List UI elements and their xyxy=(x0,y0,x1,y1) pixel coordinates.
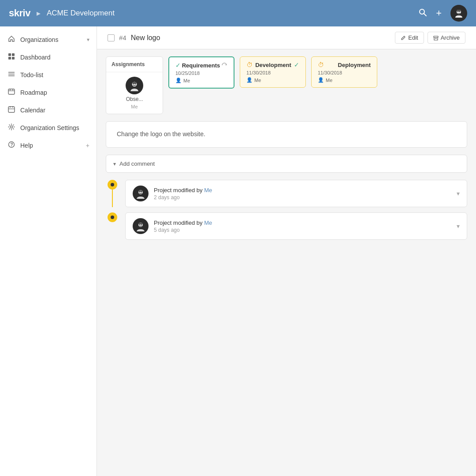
comment-label: Add comment xyxy=(119,160,155,167)
stage-deployment-footer: 👤 Me xyxy=(318,77,371,83)
expand-icon[interactable]: ▾ xyxy=(457,190,460,197)
refresh-icon xyxy=(221,62,227,68)
activity-card-2: Project modified by Me 5 days ago ▾ xyxy=(125,212,467,240)
svg-line-1 xyxy=(424,13,427,16)
svg-rect-8 xyxy=(12,53,15,56)
stage-deployment-title: Deployment xyxy=(338,62,371,68)
sidebar: Organizations ▾ Dashboard xyxy=(0,26,97,476)
project-name: ACME Development xyxy=(47,9,115,18)
activity-dot-inner xyxy=(111,183,114,186)
person-small-icon-2: 👤 xyxy=(246,77,253,83)
activity-line xyxy=(112,190,113,207)
header-separator: ▸ xyxy=(37,8,41,18)
svg-rect-7 xyxy=(8,53,11,56)
activity-dot xyxy=(108,180,117,190)
user-avatar[interactable] xyxy=(450,5,467,22)
add-comment-area[interactable]: ▾ Add comment xyxy=(106,155,467,173)
svg-rect-18 xyxy=(8,107,15,112)
logo: skriv xyxy=(9,7,30,19)
svg-rect-36 xyxy=(138,190,143,192)
chevron-right-icon: ▾ xyxy=(113,161,116,167)
roadmap-icon xyxy=(7,88,16,97)
activity-card: Project modified by Me 2 days ago ▾ xyxy=(125,180,467,207)
sidebar-item-org-settings[interactable]: Organization Settings xyxy=(0,119,97,137)
svg-rect-41 xyxy=(138,223,143,225)
svg-rect-14 xyxy=(8,89,15,94)
task-title-area: #4 New logo xyxy=(108,34,160,42)
clock-icon-2: ⏱ xyxy=(318,61,324,68)
activity-dot-col-2 xyxy=(106,212,119,222)
svg-rect-31 xyxy=(132,82,137,84)
stage-deployment-header: ⏱ Deployment xyxy=(318,61,371,68)
app-header: skriv ▸ ACME Development + xyxy=(0,0,476,26)
activity-feed: Project modified by Me 2 days ago ▾ xyxy=(97,180,476,245)
archive-button[interactable]: Archive xyxy=(428,32,465,44)
svg-rect-6 xyxy=(457,10,461,11)
stage-deployment-person: Me xyxy=(326,78,332,83)
grid-icon xyxy=(7,53,16,62)
stage-development-date: 11/30/2018 xyxy=(246,70,299,75)
activity-text: Project modified by Me xyxy=(154,187,212,193)
svg-rect-25 xyxy=(434,36,438,37)
stage-requirements-person: Me xyxy=(183,78,190,83)
header-right: + xyxy=(418,5,467,22)
activity-text-block-2: Project modified by Me 5 days ago xyxy=(154,219,212,233)
person-name: Obse... xyxy=(126,96,143,102)
activity-time-2: 5 days ago xyxy=(154,227,212,233)
plus-icon[interactable]: + xyxy=(86,142,89,149)
activity-time: 2 days ago xyxy=(154,194,212,201)
activity-dot-col xyxy=(106,180,119,207)
expand-icon-2[interactable]: ▾ xyxy=(457,223,460,230)
activity-dot-inner-2 xyxy=(111,216,114,219)
check-icon-2: ✓ xyxy=(294,61,299,68)
sidebar-item-calendar[interactable]: Calendar xyxy=(0,101,97,119)
add-icon[interactable]: + xyxy=(436,7,442,19)
sidebar-label-help: Help xyxy=(20,142,82,149)
sidebar-label-todo: Todo-list xyxy=(20,71,89,78)
person-small-icon: 👤 xyxy=(175,78,182,83)
stage-requirements-title: Requirements xyxy=(182,62,220,69)
activity-card-left: Project modified by Me 2 days ago xyxy=(133,186,212,201)
chevron-down-icon: ▾ xyxy=(87,37,89,43)
activity-avatar-2 xyxy=(133,218,149,234)
sidebar-item-help[interactable]: ? Help + xyxy=(0,137,97,154)
clock-icon: ⏱ xyxy=(246,61,253,68)
stage-deployment[interactable]: ⏱ Deployment 11/30/2018 👤 Me xyxy=(311,56,377,88)
assignments-header: Assignments xyxy=(106,57,163,72)
gear-icon xyxy=(7,123,16,132)
task-actions: Edit Archive xyxy=(395,32,465,44)
sidebar-item-todo[interactable]: Todo-list xyxy=(0,66,97,84)
activity-item: Project modified by Me 2 days ago ▾ xyxy=(106,180,467,212)
person-avatar xyxy=(126,77,143,94)
stage-development[interactable]: ⏱ Development ✓ 11/30/2018 👤 Me xyxy=(240,56,306,88)
stage-requirements-header: ✓ Requirements xyxy=(175,62,227,69)
home-icon xyxy=(7,35,16,44)
sidebar-item-dashboard[interactable]: Dashboard xyxy=(0,48,97,66)
check-icon: ✓ xyxy=(175,62,181,69)
app-layout: Organizations ▾ Dashboard xyxy=(0,26,476,476)
task-header: #4 New logo Edit Archive xyxy=(97,26,476,49)
edit-button[interactable]: Edit xyxy=(395,32,424,44)
activity-dot-2 xyxy=(108,212,117,222)
activity-card-left-2: Project modified by Me 5 days ago xyxy=(133,218,212,234)
help-icon: ? xyxy=(7,141,16,150)
stage-development-person: Me xyxy=(254,78,261,83)
header-left: skriv ▸ ACME Development xyxy=(9,7,115,19)
svg-rect-9 xyxy=(8,57,11,60)
task-description: Change the logo on the website. xyxy=(106,121,467,148)
sidebar-label-dashboard: Dashboard xyxy=(20,54,89,61)
assignment-person: Obse... Me xyxy=(106,72,163,114)
sidebar-label-calendar: Calendar xyxy=(20,107,89,114)
sidebar-label-organizations: Organizations xyxy=(20,36,82,43)
search-icon[interactable] xyxy=(418,8,427,19)
calendar-icon xyxy=(7,106,16,115)
task-name: New logo xyxy=(131,34,160,42)
sidebar-item-roadmap[interactable]: Roadmap xyxy=(0,84,97,101)
activity-item: Project modified by Me 5 days ago ▾ xyxy=(106,212,467,245)
stage-development-footer: 👤 Me xyxy=(246,77,299,83)
stage-development-title: Development xyxy=(255,62,291,68)
main-content: #4 New logo Edit Archive xyxy=(97,26,476,476)
stage-requirements[interactable]: ✓ Requirements 10/25/2018 👤 Me xyxy=(168,56,234,89)
sidebar-item-organizations[interactable]: Organizations ▾ xyxy=(0,31,97,48)
task-checkbox[interactable] xyxy=(108,34,115,41)
